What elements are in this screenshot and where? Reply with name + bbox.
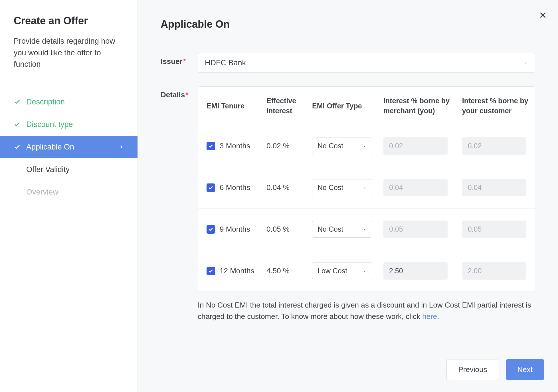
offer-type-value: No Cost [318,142,343,150]
merchant-interest-input[interactable] [383,221,448,238]
issuer-label: Issuer* [161,53,198,66]
offer-type-select[interactable]: No Cost [312,179,372,196]
check-icon [14,121,24,128]
footer: Previous Next [138,347,558,392]
main-panel: Applicable On Issuer* HDFC Bank Detai [138,0,558,392]
sidebar-description: Provide details regarding how you would … [14,35,124,70]
table-row: 9 Months0.05 %No Cost [198,209,535,250]
caret-down-icon [363,225,367,233]
col-merchant: Interest % borne by merchant (you) [378,87,456,125]
customer-interest-input[interactable] [462,221,526,238]
tenure-checkbox[interactable] [207,142,215,150]
page-title: Applicable On [161,18,535,30]
issuer-select[interactable]: HDFC Bank [198,53,535,73]
tenure-checkbox[interactable] [207,267,215,275]
nav-item-label: Description [26,98,65,106]
nav-item-offer-validity[interactable]: Offer Validity [0,158,138,181]
offer-type-value: No Cost [318,225,343,233]
next-button[interactable]: Next [506,359,544,380]
offer-type-value: Low Cost [318,267,347,275]
merchant-interest-input[interactable] [383,262,448,280]
effective-interest: 0.05 % [261,209,306,250]
effective-interest: 0.02 % [261,125,306,167]
table-row: 3 Months0.02 %No Cost [198,125,535,167]
table-row: 6 Months0.04 %No Cost [198,167,535,209]
customer-interest-input[interactable] [462,137,526,155]
tenure-label: 6 Months [220,183,250,192]
customer-interest-input[interactable] [462,179,526,196]
nav-item-applicable-on[interactable]: Applicable On [0,136,138,158]
tenure-checkbox[interactable] [207,183,215,192]
merchant-interest-input[interactable] [383,137,448,155]
caret-down-icon [363,267,367,275]
details-label: Details* [161,86,198,99]
nav-item-label: Applicable On [26,143,74,151]
nav-item-description[interactable]: Description [0,91,138,113]
effective-interest: 4.50 % [261,250,306,292]
caret-down-icon [363,183,367,192]
tenure-label: 12 Months [220,266,254,275]
caret-down-icon [523,58,528,67]
offer-type-select[interactable]: Low Cost [312,262,372,279]
tenure-checkbox[interactable] [207,225,215,234]
sidebar-title: Create an Offer [14,15,124,27]
caret-down-icon [363,142,367,150]
tenure-label: 9 Months [220,225,250,234]
effective-interest: 0.04 % [261,167,306,209]
sidebar: Create an Offer Provide details regardin… [0,0,138,392]
nav-item-overview: Overview [0,181,138,203]
col-customer: Interest % borne by your customer [456,87,535,125]
offer-type-value: No Cost [318,183,343,192]
issuer-value: HDFC Bank [205,58,246,67]
emi-table: EMI Tenure Effective Interest EMI Offer … [198,86,535,292]
nav-item-label: Offer Validity [26,165,70,174]
col-offer-type: EMI Offer Type [306,87,378,125]
nav-item-discount-type[interactable]: Discount type [0,113,138,136]
offer-type-select[interactable]: No Cost [312,138,372,154]
customer-interest-input[interactable] [462,262,526,280]
col-effective: Effective Interest [261,87,306,125]
merchant-interest-input[interactable] [383,179,448,196]
help-link[interactable]: here [422,312,437,321]
col-tenure: EMI Tenure [198,87,261,125]
check-icon [14,98,24,105]
chevron-right-icon [119,143,124,151]
help-text: In No Cost EMI the total interest charge… [198,299,535,322]
nav-item-label: Overview [26,188,58,197]
offer-type-select[interactable]: No Cost [312,221,372,238]
previous-button[interactable]: Previous [446,359,499,380]
tenure-label: 3 Months [220,142,250,150]
check-icon [14,144,24,150]
table-row: 12 Months4.50 %Low Cost [198,250,535,292]
nav-item-label: Discount type [26,120,73,129]
close-button[interactable] [538,10,548,21]
